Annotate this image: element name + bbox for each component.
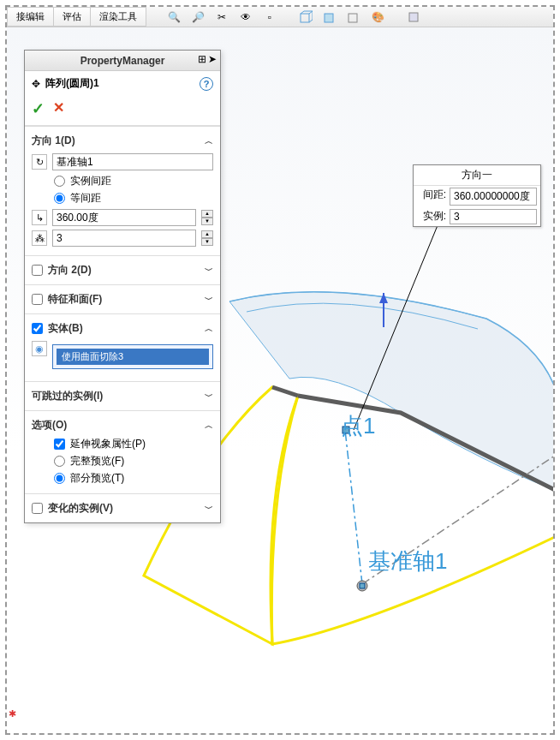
radio-instance-spacing[interactable] <box>54 176 65 187</box>
spacing-label: 间距: <box>417 188 446 206</box>
extend-checkbox[interactable] <box>54 439 65 450</box>
instance-label: 实例: <box>417 209 446 224</box>
view-icon[interactable]: 👁 <box>237 9 254 26</box>
section-direction1[interactable]: 方向 1(D)︿ <box>32 132 213 150</box>
axis-input[interactable]: 基准轴1 <box>52 153 213 170</box>
label-axis1: 基准轴1 <box>368 546 447 576</box>
count-icon: ⁂ <box>32 230 47 246</box>
chevron-down-icon: ﹀ <box>205 391 213 403</box>
callout-title: 方向一 <box>414 165 540 186</box>
tab-evaluate[interactable]: 评估 <box>53 7 91 27</box>
pm-title: PropertyManager <box>80 55 165 67</box>
chevron-up-icon: ︿ <box>205 420 213 432</box>
tab-edit[interactable]: 接编辑 <box>7 7 54 27</box>
svg-rect-1 <box>325 14 333 22</box>
body-selection-box[interactable]: 使用曲面切除3 <box>52 344 213 369</box>
svg-rect-0 <box>301 14 309 22</box>
shade-icon[interactable]: 🎨 <box>369 9 386 26</box>
varied-checkbox[interactable] <box>32 503 43 514</box>
tab-render[interactable]: 渲染工具 <box>90 7 146 27</box>
arrow-icon[interactable]: ➤ <box>208 53 217 65</box>
chevron-up-icon: ︿ <box>205 323 213 335</box>
pin-icon[interactable]: ⊞ <box>198 53 206 65</box>
section-bodies[interactable]: 实体(B)︿ <box>32 319 213 337</box>
cube1-icon[interactable] <box>297 9 314 26</box>
top-toolbar: 接编辑 评估 渲染工具 🔍 🔎 ✂ 👁 ▫ 🎨 <box>7 7 553 27</box>
section-options[interactable]: 选项(O)︿ <box>32 416 213 434</box>
body-icon: ◉ <box>32 341 47 356</box>
body-selected-item[interactable]: 使用曲面切除3 <box>57 349 209 365</box>
display-icon[interactable]: ▫ <box>261 9 278 26</box>
section-direction2[interactable]: 方向 2(D)﹀ <box>32 261 213 279</box>
property-manager-panel: PropertyManager ⊞ ➤ ✥ 阵列(圆周)1 ? ✓ ✕ 方向 1… <box>24 50 221 523</box>
radio-full-preview[interactable] <box>54 456 65 467</box>
help-icon[interactable]: ? <box>200 77 213 91</box>
cube2-icon[interactable] <box>321 9 338 26</box>
spacing-value[interactable]: 360.00000000度 <box>450 188 537 206</box>
pattern-icon: ✥ <box>32 78 40 90</box>
count-spinner[interactable]: ▲▼ <box>201 230 213 246</box>
svg-rect-2 <box>349 14 357 22</box>
radio-partial-preview[interactable] <box>54 473 65 484</box>
cancel-button[interactable]: ✕ <box>53 99 64 118</box>
iso-icon[interactable] <box>405 9 422 26</box>
section-varied-instances[interactable]: 变化的实例(V)﹀ <box>32 499 213 517</box>
angle-spinner[interactable]: ▲▼ <box>201 210 213 225</box>
svg-line-6 <box>345 430 362 584</box>
chevron-up-icon: ︿ <box>205 135 213 147</box>
pm-titlebar: PropertyManager ⊞ ➤ <box>25 51 220 71</box>
feature-name: 阵列(圆周)1 <box>45 76 99 91</box>
section-icon[interactable]: ✂ <box>213 9 230 26</box>
dir2-checkbox[interactable] <box>32 265 43 276</box>
section-features-faces[interactable]: 特征和面(F)﹀ <box>32 290 213 308</box>
chevron-down-icon: ﹀ <box>205 265 213 277</box>
cube3-icon[interactable] <box>345 9 362 26</box>
section-skip-instances[interactable]: 可跳过的实例(I)﹀ <box>32 387 213 405</box>
body-checkbox[interactable] <box>32 323 43 334</box>
svg-rect-10 <box>360 583 365 588</box>
zoom-icon[interactable]: 🔎 <box>189 9 206 26</box>
instance-value[interactable]: 3 <box>450 209 537 224</box>
chevron-down-icon: ﹀ <box>205 294 213 306</box>
featface-checkbox[interactable] <box>32 294 43 305</box>
count-input[interactable]: 3 <box>52 230 196 247</box>
svg-rect-3 <box>409 13 418 21</box>
ok-button[interactable]: ✓ <box>32 99 45 118</box>
axis-select-icon[interactable]: ↻ <box>32 154 47 170</box>
label-point1: 点1 <box>341 411 375 441</box>
radio-equal-spacing[interactable] <box>54 193 65 204</box>
angle-icon: ↳ <box>32 210 47 225</box>
chevron-down-icon: ﹀ <box>205 503 213 515</box>
magnifier-icon[interactable]: 🔍 <box>165 9 182 26</box>
dimension-callout[interactable]: 方向一 间距:360.00000000度 实例:3 <box>413 164 541 227</box>
angle-input[interactable]: 360.00度 <box>52 209 196 226</box>
